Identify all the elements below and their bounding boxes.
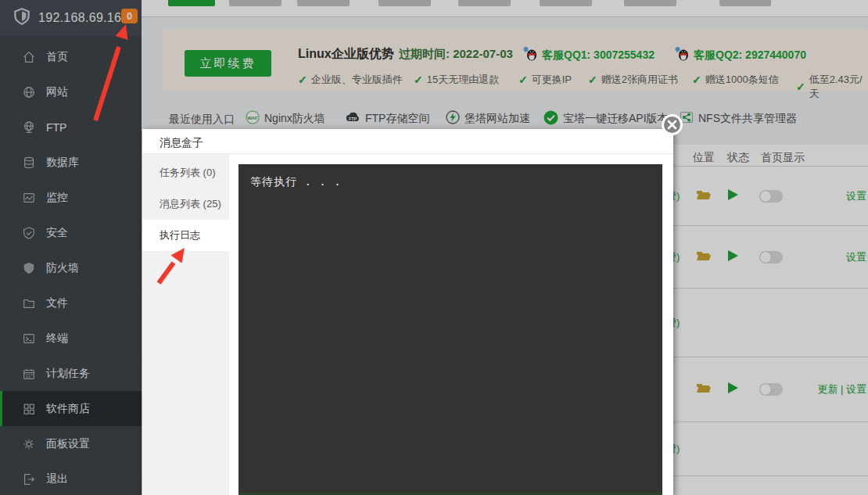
modal-close-button[interactable] [662,114,683,135]
close-icon [667,120,677,130]
bt-panel-screen: 192.168.69.161 0 首页 网站 FTP 数据库 监控 安全 [0,0,868,495]
modal-tab-column: 任务列表 (0) 消息列表 (25) 执行日志 [142,154,229,495]
terminal-waiting-text: 等待执行 . . . [250,175,342,189]
tab-exec-log[interactable]: 执行日志 [142,220,229,251]
exec-log-terminal: 等待执行 . . . [239,164,662,495]
message-box-modal: 消息盒子 任务列表 (0) 消息列表 (25) 执行日志 等待执行 . . . [142,129,673,495]
tab-message-list[interactable]: 消息列表 (25) [142,188,229,220]
modal-header: 消息盒子 [142,129,673,154]
modal-title: 消息盒子 [160,136,203,150]
tab-task-list[interactable]: 任务列表 (0) [142,157,229,188]
